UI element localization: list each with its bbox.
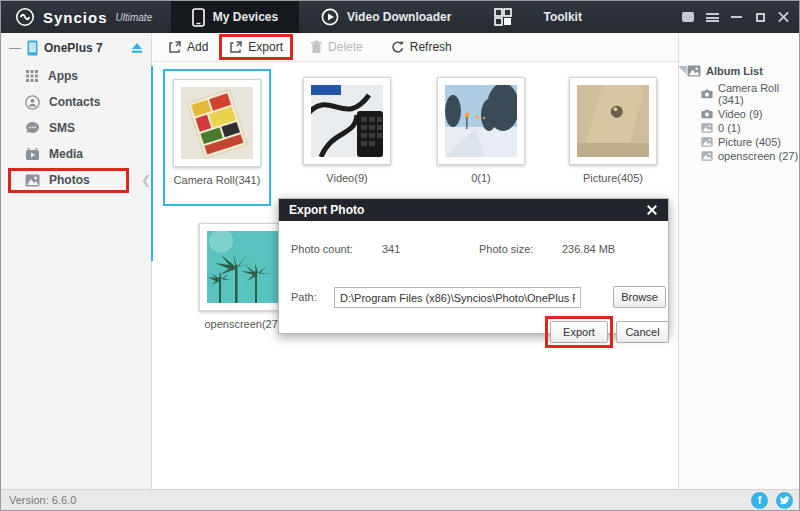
album-label: Camera Roll(341) <box>174 174 261 186</box>
photo-count-label: Photo count: <box>291 243 353 255</box>
camera-icon <box>701 108 713 120</box>
window-controls <box>681 1 791 33</box>
album-list-label: Camera Roll (341) <box>718 82 800 106</box>
eject-icon[interactable] <box>131 42 143 54</box>
sidebar-item-label: Apps <box>48 69 78 83</box>
delete-label: Delete <box>328 40 363 54</box>
album-list-label: Picture (405) <box>718 136 781 148</box>
album-label: 0(1) <box>471 172 491 184</box>
export-label: Export <box>248 40 283 54</box>
sidebar-item-sms[interactable]: SMS <box>1 115 151 141</box>
sidebar-item-media[interactable]: Media <box>1 141 151 167</box>
photos-icon <box>25 174 40 187</box>
export-icon <box>229 40 243 54</box>
device-name: OnePlus 7 <box>44 41 125 55</box>
sidebar-item-apps[interactable]: Apps <box>1 63 151 89</box>
sidebar-collapse-chevron-icon[interactable]: ❮ <box>141 173 151 187</box>
media-icon <box>25 147 40 161</box>
sidebar-item-label: Photos <box>49 173 90 187</box>
photos-toolbar: Add Export Delete Ref <box>153 33 678 62</box>
facebook-icon[interactable]: f <box>751 492 768 509</box>
device-sidebar: — OnePlus 7 Apps Contacts SMS <box>1 33 152 489</box>
add-icon <box>168 40 182 54</box>
browse-button[interactable]: Browse <box>613 286 666 308</box>
phone-icon <box>192 8 205 27</box>
cancel-button[interactable]: Cancel <box>616 321 669 343</box>
add-button[interactable]: Add <box>161 37 215 57</box>
annotation-box-dialog-export: Export <box>545 316 613 348</box>
album-label: Picture(405) <box>583 172 643 184</box>
album-list-item-camera-roll[interactable]: Camera Roll (341) <box>679 81 800 107</box>
photo-count-value: 341 <box>382 243 400 255</box>
dialog-titlebar: Export Photo <box>279 199 668 221</box>
album-list-panel: ◥ Album List Camera Roll (341) Video (9)… <box>678 33 800 489</box>
close-button[interactable] <box>777 10 791 24</box>
tab-video-downloader[interactable]: Video Downloader <box>303 1 469 33</box>
statusbar: Version: 6.6.0 f <box>1 489 800 510</box>
album-list-item-video[interactable]: Video (9) <box>679 107 800 121</box>
album-list-label: 0 (1) <box>718 122 741 134</box>
maximize-button[interactable] <box>753 10 767 24</box>
apps-icon <box>25 69 39 83</box>
twitter-icon[interactable] <box>776 492 793 509</box>
brand-name: Syncios <box>43 9 108 26</box>
album-card-picture[interactable]: Picture(405) <box>559 77 667 184</box>
sms-icon <box>25 121 40 135</box>
trash-icon <box>310 40 323 54</box>
dialog-close-icon[interactable] <box>646 204 658 216</box>
album-list-header: Album List <box>679 33 800 81</box>
social-links: f <box>751 492 793 509</box>
tab-toolkit[interactable]: Toolkit <box>475 1 599 33</box>
device-phone-icon <box>27 40 38 56</box>
camera-icon <box>701 88 713 100</box>
brand: Syncios Ultimate <box>1 7 171 27</box>
device-row[interactable]: — OnePlus 7 <box>1 33 151 63</box>
dialog-title: Export Photo <box>289 203 364 217</box>
album-thumbnail <box>569 77 657 165</box>
album-card-video[interactable]: Video(9) <box>293 77 401 184</box>
delete-button: Delete <box>303 37 370 57</box>
album-list-label: openscreen (27) <box>718 150 798 162</box>
tab-label: My Devices <box>213 10 278 24</box>
contacts-icon <box>25 95 40 110</box>
add-label: Add <box>187 40 208 54</box>
collapse-icon[interactable]: — <box>9 41 21 55</box>
minimize-button[interactable] <box>729 10 743 24</box>
annotation-box-toolbar-export: Export <box>219 34 293 60</box>
album-card-0[interactable]: 0(1) <box>427 77 535 184</box>
sidebar-item-contacts[interactable]: Contacts <box>1 89 151 115</box>
album-list-item-openscreen[interactable]: openscreen (27) <box>679 149 800 163</box>
syncios-window: Syncios Ultimate My Devices Video Downlo… <box>0 0 800 511</box>
photo-size-value: 236.84 MB <box>562 243 615 255</box>
toolkit-grid-icon <box>493 7 513 27</box>
refresh-label: Refresh <box>410 40 452 54</box>
tab-label: Toolkit <box>543 10 581 24</box>
topbar: Syncios Ultimate My Devices Video Downlo… <box>1 1 800 33</box>
version-label: Version: 6.6.0 <box>9 494 76 506</box>
album-card-camera-roll[interactable]: Camera Roll(341) <box>163 69 271 206</box>
path-input[interactable] <box>334 287 581 308</box>
panel-collapse-chevron-icon[interactable]: ◥ <box>678 63 686 76</box>
album-list-label: Video (9) <box>718 108 762 120</box>
dialog-body: Photo count: 341 Photo size: 236.84 MB P… <box>279 221 668 335</box>
sidebar-item-photos[interactable]: Photos <box>1 167 151 193</box>
album-thumbnail <box>303 77 391 165</box>
play-icon <box>321 8 339 26</box>
menu-icon[interactable] <box>705 10 719 24</box>
dialog-export-button[interactable]: Export <box>550 321 608 343</box>
brand-edition: Ultimate <box>116 12 153 23</box>
export-photo-dialog: Export Photo Photo count: 341 Photo size… <box>278 198 669 334</box>
tab-my-devices[interactable]: My Devices <box>171 1 299 33</box>
album-list-item-0[interactable]: 0 (1) <box>679 121 800 135</box>
album-list-icon <box>687 65 701 77</box>
sidebar-item-label: Contacts <box>49 95 100 109</box>
sidebar-item-label: SMS <box>49 121 75 135</box>
path-label: Path: <box>291 291 317 303</box>
syncios-logo-icon <box>15 7 35 27</box>
refresh-button[interactable]: Refresh <box>384 37 459 57</box>
picture-icon <box>701 150 713 162</box>
feedback-icon[interactable] <box>681 10 695 24</box>
album-thumbnail <box>173 79 261 167</box>
export-button[interactable]: Export <box>222 37 290 57</box>
album-list-item-picture[interactable]: Picture (405) <box>679 135 800 149</box>
